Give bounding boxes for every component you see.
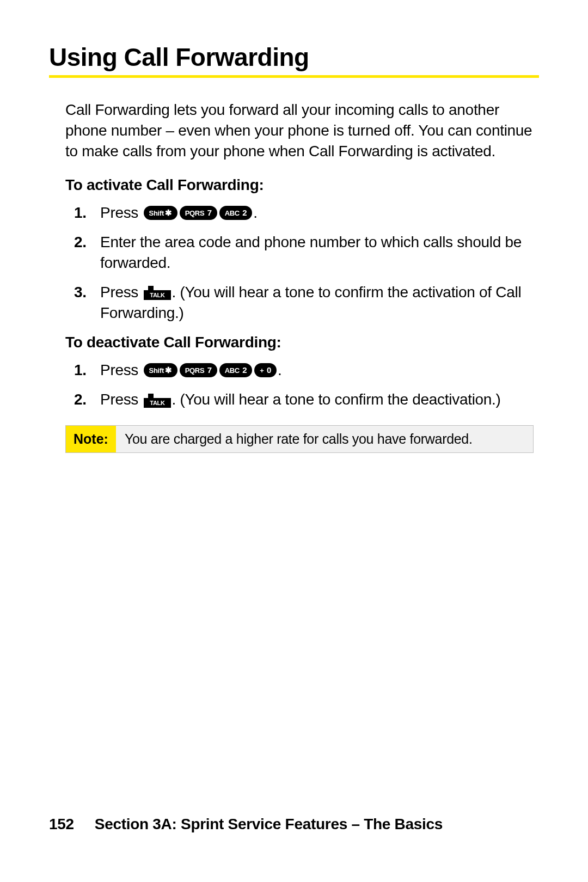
key-plus-0: + 0 (254, 363, 277, 377)
activate-step-3: Press TALK . (You will hear a tone to co… (100, 282, 534, 323)
intro-paragraph: Call Forwarding lets you forward all you… (65, 100, 534, 161)
manual-page: Using Call Forwarding Call Forwarding le… (0, 0, 588, 882)
key-talk-icon: TALK (144, 391, 171, 408)
svg-text:TALK: TALK (150, 400, 165, 406)
activate-heading: To activate Call Forwarding: (65, 176, 534, 194)
note-text: You are charged a higher rate for calls … (116, 426, 533, 452)
section-label: Section 3A: Sprint Service Features – Th… (95, 816, 443, 832)
key-shift-star: Shift✱ (144, 363, 177, 377)
step-text: Press (100, 362, 143, 378)
deactivate-step-2: Press TALK . (You will hear a tone to co… (100, 389, 534, 410)
note-box: Note: You are charged a higher rate for … (65, 425, 534, 453)
content-area: Call Forwarding lets you forward all you… (49, 100, 539, 453)
key-abc-2: ABC 2 (219, 206, 253, 220)
step-text: Press (100, 284, 143, 301)
key-shift-star: Shift✱ (144, 206, 177, 220)
step-text: Press (100, 391, 143, 408)
step-text: . (You will hear a tone to confirm the d… (172, 391, 501, 408)
page-title: Using Call Forwarding (49, 42, 539, 78)
page-footer: 152Section 3A: Sprint Service Features –… (49, 816, 443, 833)
note-label: Note: (66, 426, 116, 452)
step-text: Press (100, 204, 143, 221)
key-pqrs-7: PQRS 7 (180, 363, 217, 377)
deactivate-heading: To deactivate Call Forwarding: (65, 334, 534, 351)
activate-step-2: Enter the area code and phone number to … (100, 232, 534, 273)
activate-step-1: Press Shift✱PQRS 7ABC 2. (100, 203, 534, 223)
key-abc-2: ABC 2 (219, 363, 253, 377)
key-pqrs-7: PQRS 7 (180, 206, 217, 220)
svg-text:TALK: TALK (150, 292, 165, 298)
step-text: . (278, 362, 281, 378)
key-talk-icon: TALK (144, 284, 171, 300)
step-text: . (253, 204, 257, 221)
deactivate-steps: Press Shift✱PQRS 7ABC 2+ 0. Press TALK .… (65, 360, 534, 410)
deactivate-step-1: Press Shift✱PQRS 7ABC 2+ 0. (100, 360, 534, 381)
activate-steps: Press Shift✱PQRS 7ABC 2. Enter the area … (65, 203, 534, 323)
page-number: 152 (49, 816, 74, 833)
